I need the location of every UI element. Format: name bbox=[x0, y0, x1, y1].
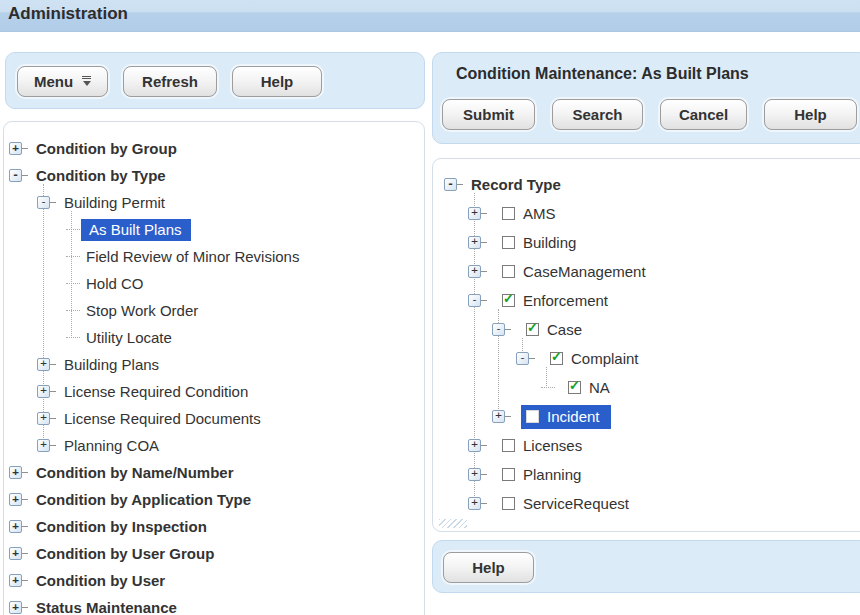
checkbox-casemanagement[interactable] bbox=[502, 265, 515, 278]
tree-item-label: Incident bbox=[547, 408, 600, 425]
tree-item-planning-coa[interactable]: +Planning COA bbox=[4, 432, 424, 459]
tree-item-planning[interactable]: +Planning bbox=[433, 460, 860, 489]
expand-icon[interactable]: + bbox=[468, 236, 481, 249]
checkbox-planning[interactable] bbox=[502, 468, 515, 481]
selected-item-highlight: Incident bbox=[521, 405, 611, 429]
tree-item-condition-by-user-group[interactable]: +Condition by User Group bbox=[4, 540, 424, 567]
tree-item-stop-work-order[interactable]: Stop Work Order bbox=[4, 297, 424, 324]
tree-item-label: Status Maintenance bbox=[36, 599, 177, 615]
tree-item-licenses[interactable]: +Licenses bbox=[433, 431, 860, 460]
expand-icon[interactable]: + bbox=[9, 547, 22, 560]
expand-icon[interactable]: + bbox=[37, 412, 50, 425]
checkbox-licenses[interactable] bbox=[502, 439, 515, 452]
tree-item-servicerequest[interactable]: +ServiceRequest bbox=[433, 489, 860, 518]
tree-item-record-type[interactable]: -Record Type bbox=[433, 170, 860, 199]
collapse-icon[interactable]: - bbox=[9, 169, 22, 182]
tree-item-condition-by-user[interactable]: +Condition by User bbox=[4, 567, 424, 594]
tree-item-status-maintenance[interactable]: +Status Maintenance bbox=[4, 594, 424, 615]
tree-item-label: Building Plans bbox=[64, 356, 159, 373]
checkbox-servicerequest[interactable] bbox=[502, 497, 515, 510]
cancel-button[interactable]: Cancel bbox=[660, 99, 747, 130]
tree-item-label: As Built Plans bbox=[81, 219, 191, 241]
detail-help-button[interactable]: Help bbox=[764, 99, 857, 130]
tree-item-ams[interactable]: +AMS bbox=[433, 199, 860, 228]
tree-item-enforcement[interactable]: -Enforcement bbox=[433, 286, 860, 315]
tree-item-utility-locate[interactable]: Utility Locate bbox=[4, 324, 424, 351]
tree-item-condition-by-type[interactable]: -Condition by Type bbox=[4, 162, 424, 189]
expand-icon[interactable]: + bbox=[9, 466, 22, 479]
expand-icon[interactable]: + bbox=[37, 358, 50, 371]
leaf-connector-icon bbox=[540, 381, 553, 394]
tree-item-label: Condition by Type bbox=[36, 167, 166, 184]
expand-icon[interactable]: + bbox=[9, 601, 22, 614]
checkbox-case[interactable] bbox=[526, 323, 539, 336]
tree-item-condition-by-application-type[interactable]: +Condition by Application Type bbox=[4, 486, 424, 513]
tree-item-condition-by-group[interactable]: +Condition by Group bbox=[4, 135, 424, 162]
expand-icon[interactable]: + bbox=[468, 468, 481, 481]
tree-item-label: License Required Documents bbox=[64, 410, 261, 427]
expand-icon[interactable]: + bbox=[37, 439, 50, 452]
tree-item-label: NA bbox=[589, 379, 610, 396]
expand-icon[interactable]: + bbox=[468, 439, 481, 452]
checkbox-building[interactable] bbox=[502, 236, 515, 249]
collapse-icon[interactable]: - bbox=[468, 294, 481, 307]
tree-item-field-review-of-minor-revisions[interactable]: Field Review of Minor Revisions bbox=[4, 243, 424, 270]
expand-icon[interactable]: + bbox=[468, 265, 481, 278]
tree-item-label: Enforcement bbox=[523, 292, 608, 309]
tree-item-condition-by-name-number[interactable]: +Condition by Name/Number bbox=[4, 459, 424, 486]
tree-item-license-required-documents[interactable]: +License Required Documents bbox=[4, 405, 424, 432]
collapse-icon[interactable]: - bbox=[492, 323, 505, 336]
leaf-connector-icon bbox=[65, 304, 78, 317]
search-button[interactable]: Search bbox=[552, 99, 643, 130]
collapse-icon[interactable]: - bbox=[37, 196, 50, 209]
expand-icon[interactable]: + bbox=[37, 385, 50, 398]
collapse-icon[interactable]: - bbox=[516, 352, 529, 365]
tree-connector bbox=[529, 358, 535, 359]
tree-item-license-required-condition[interactable]: +License Required Condition bbox=[4, 378, 424, 405]
tree-item-complaint[interactable]: -Complaint bbox=[433, 344, 860, 373]
tree-connector bbox=[505, 416, 511, 417]
checkbox-complaint[interactable] bbox=[550, 352, 563, 365]
tree-item-hold-co[interactable]: Hold CO bbox=[4, 270, 424, 297]
tree-item-case[interactable]: -Case bbox=[433, 315, 860, 344]
tree-item-label: Complaint bbox=[571, 350, 639, 367]
expand-icon[interactable]: + bbox=[9, 142, 22, 155]
tree-item-casemanagement[interactable]: +CaseManagement bbox=[433, 257, 860, 286]
tree-connector bbox=[50, 202, 56, 203]
tree-item-label: AMS bbox=[523, 205, 556, 222]
collapse-icon[interactable]: - bbox=[444, 178, 457, 191]
tree-item-label: Building bbox=[523, 234, 576, 251]
expand-icon[interactable]: + bbox=[9, 493, 22, 506]
refresh-button[interactable]: Refresh bbox=[123, 66, 217, 97]
expand-icon[interactable]: + bbox=[468, 207, 481, 220]
expand-icon[interactable]: + bbox=[492, 410, 505, 423]
menu-button-label: Menu bbox=[34, 73, 73, 90]
tree-connector bbox=[481, 300, 487, 301]
toolbar-help-button[interactable]: Help bbox=[232, 66, 322, 97]
tree-item-label: Utility Locate bbox=[86, 329, 172, 346]
checkbox-enforcement[interactable] bbox=[502, 294, 515, 307]
expand-icon[interactable]: + bbox=[9, 574, 22, 587]
expand-icon[interactable]: + bbox=[468, 497, 481, 510]
tree-item-building-plans[interactable]: +Building Plans bbox=[4, 351, 424, 378]
checkbox-na[interactable] bbox=[568, 381, 581, 394]
submit-button-label: Submit bbox=[463, 106, 514, 123]
tree-item-building[interactable]: +Building bbox=[433, 228, 860, 257]
checkbox-ams[interactable] bbox=[502, 207, 515, 220]
submit-button[interactable]: Submit bbox=[442, 99, 535, 130]
tree-connector bbox=[50, 364, 56, 365]
tree-item-condition-by-inspection[interactable]: +Condition by Inspection bbox=[4, 513, 424, 540]
tree-item-label: Condition by Inspection bbox=[36, 518, 207, 535]
resize-grip[interactable] bbox=[439, 519, 467, 528]
tree-item-na[interactable]: NA bbox=[433, 373, 860, 402]
checkbox-incident[interactable] bbox=[526, 410, 539, 423]
tree-item-incident[interactable]: +Incident bbox=[433, 402, 860, 431]
tree-item-building-permit[interactable]: -Building Permit bbox=[4, 189, 424, 216]
tree-item-label: Field Review of Minor Revisions bbox=[86, 248, 299, 265]
tree-item-as-built-plans[interactable]: As Built Plans bbox=[4, 216, 424, 243]
menu-button[interactable]: Menu bbox=[17, 66, 108, 97]
expand-icon[interactable]: + bbox=[9, 520, 22, 533]
detail-help-button-label: Help bbox=[794, 106, 827, 123]
footer-help-button[interactable]: Help bbox=[443, 552, 534, 583]
tree-connector bbox=[457, 184, 463, 185]
